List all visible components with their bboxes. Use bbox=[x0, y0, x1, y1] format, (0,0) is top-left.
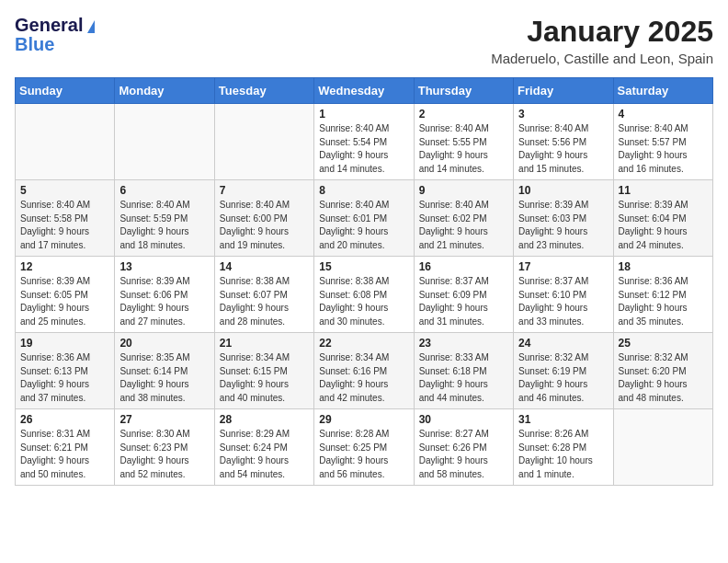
calendar-cell: 24Sunrise: 8:32 AM Sunset: 6:19 PM Dayli… bbox=[514, 333, 613, 409]
day-info: Sunrise: 8:36 AM Sunset: 6:12 PM Dayligh… bbox=[619, 275, 708, 328]
day-info: Sunrise: 8:26 AM Sunset: 6:28 PM Dayligh… bbox=[518, 428, 608, 481]
logo-triangle-icon bbox=[87, 20, 95, 33]
calendar-cell bbox=[214, 104, 313, 180]
calendar-table: SundayMondayTuesdayWednesdayThursdayFrid… bbox=[15, 77, 713, 486]
calendar-cell: 25Sunrise: 8:32 AM Sunset: 6:20 PM Dayli… bbox=[613, 333, 712, 409]
day-number: 23 bbox=[419, 337, 508, 350]
day-info: Sunrise: 8:40 AM Sunset: 5:58 PM Dayligh… bbox=[20, 199, 109, 252]
day-number: 19 bbox=[20, 337, 109, 350]
calendar-week-row: 19Sunrise: 8:36 AM Sunset: 6:13 PM Dayli… bbox=[16, 333, 713, 409]
calendar-cell: 6Sunrise: 8:40 AM Sunset: 5:59 PM Daylig… bbox=[115, 180, 214, 257]
day-number: 26 bbox=[20, 413, 109, 426]
calendar-cell: 4Sunrise: 8:40 AM Sunset: 5:57 PM Daylig… bbox=[613, 104, 712, 180]
location-title: Maderuelo, Castille and Leon, Spain bbox=[491, 51, 713, 66]
day-info: Sunrise: 8:40 AM Sunset: 5:54 PM Dayligh… bbox=[319, 122, 408, 176]
day-number: 8 bbox=[319, 184, 408, 197]
day-info: Sunrise: 8:40 AM Sunset: 5:57 PM Dayligh… bbox=[619, 122, 708, 176]
calendar-cell: 2Sunrise: 8:40 AM Sunset: 5:55 PM Daylig… bbox=[414, 104, 513, 180]
day-number: 28 bbox=[220, 413, 309, 426]
day-number: 27 bbox=[119, 413, 209, 426]
title-block: January 2025 Maderuelo, Castille and Leo… bbox=[491, 15, 713, 66]
day-number: 16 bbox=[419, 260, 508, 273]
day-number: 15 bbox=[319, 260, 408, 273]
day-info: Sunrise: 8:39 AM Sunset: 6:03 PM Dayligh… bbox=[518, 199, 608, 252]
logo: General Blue bbox=[15, 15, 95, 55]
calendar-cell: 1Sunrise: 8:40 AM Sunset: 5:54 PM Daylig… bbox=[314, 104, 414, 180]
day-number: 20 bbox=[119, 337, 209, 350]
day-number: 24 bbox=[518, 337, 608, 350]
day-info: Sunrise: 8:30 AM Sunset: 6:23 PM Dayligh… bbox=[119, 428, 209, 481]
day-number: 2 bbox=[419, 108, 508, 121]
calendar-cell: 11Sunrise: 8:39 AM Sunset: 6:04 PM Dayli… bbox=[613, 180, 712, 257]
calendar-cell: 16Sunrise: 8:37 AM Sunset: 6:09 PM Dayli… bbox=[414, 257, 513, 333]
day-info: Sunrise: 8:33 AM Sunset: 6:18 PM Dayligh… bbox=[419, 351, 508, 405]
calendar-cell: 12Sunrise: 8:39 AM Sunset: 6:05 PM Dayli… bbox=[16, 257, 115, 333]
weekday-header-sunday: Sunday bbox=[16, 78, 115, 104]
calendar-cell: 31Sunrise: 8:26 AM Sunset: 6:28 PM Dayli… bbox=[514, 409, 613, 486]
day-number: 29 bbox=[319, 413, 408, 426]
calendar-cell: 28Sunrise: 8:29 AM Sunset: 6:24 PM Dayli… bbox=[214, 409, 313, 486]
calendar-cell: 19Sunrise: 8:36 AM Sunset: 6:13 PM Dayli… bbox=[16, 333, 115, 409]
calendar-cell bbox=[115, 104, 214, 180]
day-info: Sunrise: 8:37 AM Sunset: 6:09 PM Dayligh… bbox=[419, 275, 508, 328]
day-number: 7 bbox=[220, 184, 309, 197]
weekday-header-thursday: Thursday bbox=[414, 78, 513, 104]
calendar-cell: 21Sunrise: 8:34 AM Sunset: 6:15 PM Dayli… bbox=[214, 333, 313, 409]
day-info: Sunrise: 8:39 AM Sunset: 6:04 PM Dayligh… bbox=[619, 199, 708, 252]
calendar-cell: 10Sunrise: 8:39 AM Sunset: 6:03 PM Dayli… bbox=[514, 180, 613, 257]
day-number: 31 bbox=[518, 413, 608, 426]
page-header: General Blue January 2025 Maderuelo, Cas… bbox=[15, 15, 713, 66]
weekday-header-saturday: Saturday bbox=[613, 78, 712, 104]
calendar-cell: 23Sunrise: 8:33 AM Sunset: 6:18 PM Dayli… bbox=[414, 333, 513, 409]
calendar-cell: 5Sunrise: 8:40 AM Sunset: 5:58 PM Daylig… bbox=[16, 180, 115, 257]
calendar-cell: 30Sunrise: 8:27 AM Sunset: 6:26 PM Dayli… bbox=[414, 409, 513, 486]
day-info: Sunrise: 8:36 AM Sunset: 6:13 PM Dayligh… bbox=[20, 351, 109, 405]
calendar-cell: 15Sunrise: 8:38 AM Sunset: 6:08 PM Dayli… bbox=[314, 257, 414, 333]
calendar-cell bbox=[16, 104, 115, 180]
day-number: 12 bbox=[20, 260, 109, 273]
day-number: 18 bbox=[619, 260, 708, 273]
day-info: Sunrise: 8:40 AM Sunset: 5:59 PM Dayligh… bbox=[119, 199, 209, 252]
day-info: Sunrise: 8:40 AM Sunset: 6:02 PM Dayligh… bbox=[419, 199, 508, 252]
day-number: 10 bbox=[518, 184, 608, 197]
day-info: Sunrise: 8:38 AM Sunset: 6:07 PM Dayligh… bbox=[220, 275, 309, 328]
day-number: 30 bbox=[419, 413, 508, 426]
day-info: Sunrise: 8:28 AM Sunset: 6:25 PM Dayligh… bbox=[319, 428, 408, 481]
calendar-cell: 14Sunrise: 8:38 AM Sunset: 6:07 PM Dayli… bbox=[214, 257, 313, 333]
weekday-header-monday: Monday bbox=[115, 78, 214, 104]
calendar-cell: 29Sunrise: 8:28 AM Sunset: 6:25 PM Dayli… bbox=[314, 409, 414, 486]
calendar-cell: 13Sunrise: 8:39 AM Sunset: 6:06 PM Dayli… bbox=[115, 257, 214, 333]
calendar-week-row: 5Sunrise: 8:40 AM Sunset: 5:58 PM Daylig… bbox=[16, 180, 713, 257]
day-number: 17 bbox=[518, 260, 608, 273]
day-number: 4 bbox=[619, 108, 708, 121]
day-number: 9 bbox=[419, 184, 508, 197]
day-info: Sunrise: 8:32 AM Sunset: 6:19 PM Dayligh… bbox=[518, 351, 608, 405]
day-info: Sunrise: 8:34 AM Sunset: 6:16 PM Dayligh… bbox=[319, 351, 408, 405]
weekday-header-wednesday: Wednesday bbox=[314, 78, 414, 104]
day-info: Sunrise: 8:40 AM Sunset: 6:00 PM Dayligh… bbox=[220, 199, 309, 252]
day-info: Sunrise: 8:34 AM Sunset: 6:15 PM Dayligh… bbox=[220, 351, 309, 405]
logo-blue: Blue bbox=[15, 34, 54, 55]
day-number: 13 bbox=[119, 260, 209, 273]
day-number: 3 bbox=[518, 108, 608, 121]
calendar-cell: 8Sunrise: 8:40 AM Sunset: 6:01 PM Daylig… bbox=[314, 180, 414, 257]
calendar-cell: 17Sunrise: 8:37 AM Sunset: 6:10 PM Dayli… bbox=[514, 257, 613, 333]
day-info: Sunrise: 8:40 AM Sunset: 5:55 PM Dayligh… bbox=[419, 122, 508, 176]
day-number: 21 bbox=[220, 337, 309, 350]
day-number: 6 bbox=[119, 184, 209, 197]
calendar-cell: 22Sunrise: 8:34 AM Sunset: 6:16 PM Dayli… bbox=[314, 333, 414, 409]
calendar-cell: 18Sunrise: 8:36 AM Sunset: 6:12 PM Dayli… bbox=[613, 257, 712, 333]
calendar-week-row: 26Sunrise: 8:31 AM Sunset: 6:21 PM Dayli… bbox=[16, 409, 713, 486]
day-number: 25 bbox=[619, 337, 708, 350]
day-info: Sunrise: 8:31 AM Sunset: 6:21 PM Dayligh… bbox=[20, 428, 109, 481]
day-info: Sunrise: 8:40 AM Sunset: 5:56 PM Dayligh… bbox=[518, 122, 608, 176]
day-info: Sunrise: 8:39 AM Sunset: 6:05 PM Dayligh… bbox=[20, 275, 109, 328]
calendar-week-row: 1Sunrise: 8:40 AM Sunset: 5:54 PM Daylig… bbox=[16, 104, 713, 180]
day-number: 5 bbox=[20, 184, 109, 197]
logo-general: General bbox=[15, 15, 83, 36]
calendar-cell bbox=[613, 409, 712, 486]
day-info: Sunrise: 8:37 AM Sunset: 6:10 PM Dayligh… bbox=[518, 275, 608, 328]
day-info: Sunrise: 8:32 AM Sunset: 6:20 PM Dayligh… bbox=[619, 351, 708, 405]
calendar-week-row: 12Sunrise: 8:39 AM Sunset: 6:05 PM Dayli… bbox=[16, 257, 713, 333]
calendar-cell: 27Sunrise: 8:30 AM Sunset: 6:23 PM Dayli… bbox=[115, 409, 214, 486]
